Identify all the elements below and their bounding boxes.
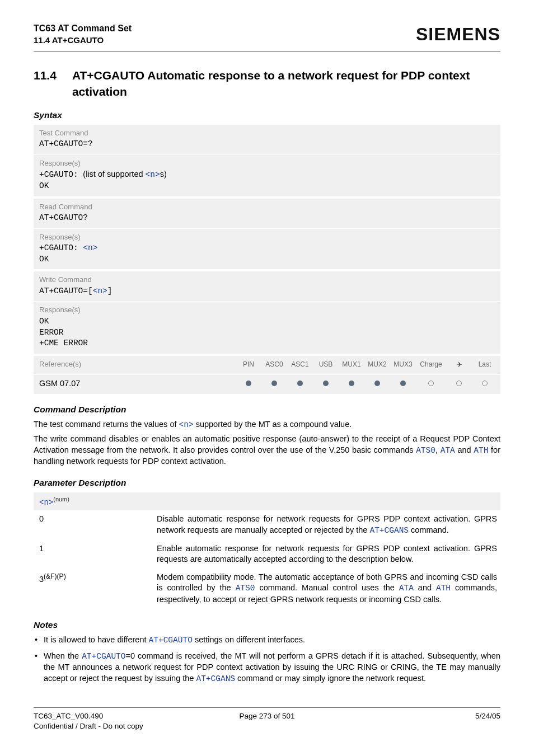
write-response-error: ERROR: [39, 327, 495, 339]
col-last: Last: [475, 360, 495, 369]
read-command-block: Read Command AT+CGAUTO? Response(s) +CGA…: [34, 199, 500, 270]
read-command-value: AT+CGAUTO?: [39, 213, 495, 224]
test-response-text: (list of supported: [83, 170, 145, 179]
notes-block: It is allowed to have different AT+CGAUT…: [34, 635, 500, 684]
n1a: It is allowed to have different: [44, 635, 149, 644]
cd-p1-param: <n>: [179, 420, 194, 429]
test-command-value: AT+CGAUTO=?: [39, 139, 495, 150]
n1b: settings on different interfaces.: [193, 635, 305, 644]
page-footer: TC63_ATC_V00.490 Confidential / Draft - …: [34, 707, 500, 731]
link-ata-2[interactable]: ATA: [399, 584, 414, 593]
link-atcgans-0[interactable]: AT+CGANS: [369, 526, 409, 535]
param-desc-1: Enable automatic response for network re…: [151, 541, 500, 570]
test-response-ok: OK: [39, 181, 495, 192]
col-mux1: MUX1: [341, 360, 362, 369]
col-charge: Charge: [419, 360, 443, 369]
read-response-ok: OK: [39, 254, 495, 265]
syntax-heading: Syntax: [34, 110, 500, 121]
pd3c: and: [414, 583, 436, 592]
command-description-p1: The test command returns the values of <…: [34, 419, 500, 431]
cd-p1a: The test command returns the values of: [34, 420, 179, 429]
note-item: When the AT+CGAUTO=0 command is received…: [34, 651, 500, 685]
command-description-p2: The write command disables or enables an…: [34, 434, 500, 467]
read-response-param: <n>: [83, 243, 97, 252]
reference-columns: PIN ASC0 ASC1 USB MUX1 MUX2 MUX3 Charge …: [238, 360, 495, 370]
dot-pin: [238, 378, 259, 389]
read-response-label: Response(s): [39, 232, 495, 242]
param-key-3: 3(&F)(P): [34, 570, 151, 610]
write-command-label: Write Command: [39, 275, 495, 285]
table-row: 1 Enable automatic response for network …: [34, 541, 500, 570]
dot-mux2: [367, 378, 387, 389]
link-atcgauto-1[interactable]: AT+CGAUTO: [149, 636, 193, 645]
header-left: TC63 AT Command Set 11.4 AT+CGAUTO: [34, 22, 132, 46]
reference-value: GSM 07.07: [39, 378, 238, 389]
pd3b: command. Manual control uses the: [255, 583, 399, 592]
test-response-line: +CGAUTO: (list of supported <n>s): [39, 169, 495, 181]
write-response-label: Response(s): [39, 305, 495, 315]
param-key-0: 0: [34, 511, 151, 541]
section-title: 11.4 AT+CGAUTO Automatic response to a n…: [34, 68, 500, 100]
link-ata[interactable]: ATA: [441, 446, 455, 455]
param-desc-3: Modem compatibility mode. The automatic …: [151, 570, 500, 610]
read-response-line: +CGAUTO: <n>: [39, 243, 495, 254]
write-cmd-prefix: AT+CGAUTO=[: [39, 287, 93, 295]
col-mux3: MUX3: [393, 360, 413, 369]
col-usb: USB: [316, 360, 336, 369]
table-row: 3(&F)(P) Modem compatibility mode. The a…: [34, 570, 500, 610]
cd-sep2: and: [455, 445, 474, 454]
write-response-ok: OK: [39, 316, 495, 327]
link-atcgans-2[interactable]: AT+CGANS: [196, 674, 235, 683]
test-response-prefix: +CGAUTO:: [39, 170, 83, 179]
section-ref: 11.4 AT+CGAUTO: [34, 35, 132, 46]
footer-doc-id: TC63_ATC_V00.490: [34, 711, 179, 721]
parameter-table: 0 Disable automatic response for network…: [34, 511, 500, 609]
test-response-label: Response(s): [39, 158, 495, 168]
airplane-icon: ✈: [449, 360, 469, 370]
read-command-label: Read Command: [39, 202, 495, 212]
col-mux2: MUX2: [367, 360, 387, 369]
dot-usb: [316, 378, 336, 389]
footer-left: TC63_ATC_V00.490 Confidential / Draft - …: [34, 711, 179, 731]
dot-airplane: [449, 378, 469, 389]
col-asc1: ASC1: [290, 360, 310, 369]
link-atcgauto-2[interactable]: AT+CGAUTO: [82, 652, 125, 661]
command-description-heading: Command Description: [34, 404, 500, 416]
test-response-param: <n>: [146, 170, 160, 179]
reference-dots: [238, 378, 495, 389]
dot-mux1: [341, 378, 362, 389]
write-cmd-suffix: ]: [107, 287, 113, 295]
link-ats0-2[interactable]: ATS0: [236, 584, 255, 593]
notes-heading: Notes: [34, 619, 500, 631]
cd-p1b: supported by the MT as a compound value.: [194, 420, 352, 429]
section-heading: AT+CGAUTO Automatic response to a networ…: [72, 68, 500, 100]
pk3: 3: [39, 575, 44, 584]
link-ats0[interactable]: ATS0: [416, 446, 435, 455]
n2a: When the: [44, 651, 82, 660]
footer-date: 5/24/05: [355, 711, 500, 731]
param-n-sup: (num): [53, 496, 69, 503]
dot-last: [475, 378, 495, 389]
param-n: <n>: [39, 498, 53, 507]
param-key-1: 1: [34, 541, 151, 570]
write-command-block: Write Command AT+CGAUTO=[<n>] Response(s…: [34, 271, 500, 353]
col-asc0: ASC0: [264, 360, 284, 369]
param-n-header: <n>(num): [34, 492, 500, 511]
col-pin: PIN: [238, 360, 259, 369]
footer-page-number: Page 273 of 501: [179, 711, 355, 731]
table-row: 0 Disable automatic response for network…: [34, 511, 500, 541]
test-command-block: Test Command AT+CGAUTO=? Response(s) +CG…: [34, 125, 500, 196]
reference-block: Reference(s) PIN ASC0 ASC1 USB MUX1 MUX2…: [34, 356, 500, 394]
read-response-prefix: +CGAUTO:: [39, 243, 83, 252]
page-header: TC63 AT Command Set 11.4 AT+CGAUTO SIEME…: [34, 22, 500, 52]
param-desc-0: Disable automatic response for network r…: [151, 511, 500, 541]
write-response-cme: +CME ERROR: [39, 338, 495, 349]
link-ath[interactable]: ATH: [474, 446, 488, 455]
link-ath-2[interactable]: ATH: [436, 584, 451, 593]
footer-confidential: Confidential / Draft - Do not copy: [34, 721, 179, 731]
note-item: It is allowed to have different AT+CGAUT…: [34, 635, 500, 646]
n2c: command or may simply ignore the network…: [235, 674, 426, 683]
reference-label: Reference(s): [39, 359, 238, 369]
pk3-sup: (&F)(P): [44, 572, 66, 580]
write-command-value: AT+CGAUTO=[<n>]: [39, 286, 495, 297]
